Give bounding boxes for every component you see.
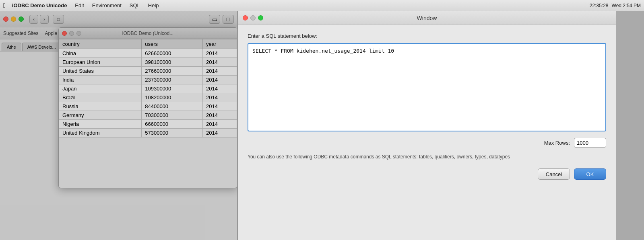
menu-help[interactable]: Help [145, 2, 162, 9]
menu-sql[interactable]: SQL [126, 2, 143, 9]
sql-input[interactable] [248, 43, 606, 131]
menu-environment[interactable]: Environment [89, 2, 125, 9]
max-rows-row: Max Rows: [248, 138, 606, 148]
modal-close-btn[interactable] [243, 15, 248, 21]
modal-buttons: Cancel OK [248, 168, 606, 180]
cancel-button[interactable]: Cancel [538, 168, 570, 180]
modal-body: Enter a SQL statement below: Max Rows: Y… [238, 25, 616, 188]
modal-traffic-lights [243, 15, 263, 21]
menubar-clock: Wed 2:54 PM [612, 3, 641, 8]
apple-menu[interactable]:  [3, 2, 6, 9]
modal-max-btn[interactable] [258, 15, 263, 21]
menubar-time: 22:35:28 [590, 3, 609, 8]
modal-min-btn[interactable] [250, 15, 256, 21]
menubar:  iODBC Demo Unicode Edit Environment SQ… [0, 0, 644, 11]
app-name[interactable]: iODBC Demo Unicode [9, 2, 70, 9]
max-rows-label: Max Rows: [544, 140, 570, 146]
ok-button[interactable]: OK [574, 168, 606, 180]
menubar-right: 22:35:28 Wed 2:54 PM [590, 3, 641, 8]
modal-info: You can also use the following ODBC meta… [248, 153, 606, 160]
modal-label: Enter a SQL statement below: [248, 33, 606, 39]
menu-edit[interactable]: Edit [72, 2, 87, 9]
modal-dialog: Window Enter a SQL statement below: Max … [237, 11, 616, 240]
modal-titlebar: Window [238, 11, 616, 25]
max-rows-input[interactable] [574, 138, 606, 148]
modal-title: Window [417, 15, 437, 21]
